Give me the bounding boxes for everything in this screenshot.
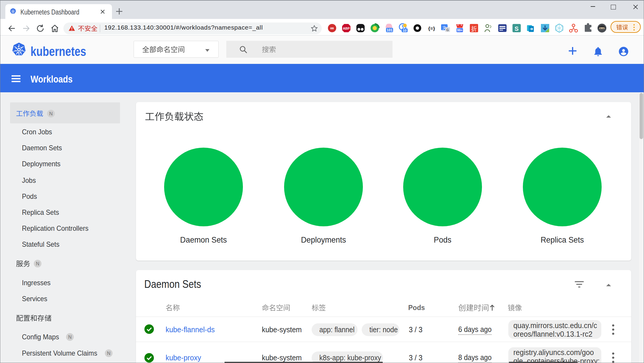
svg-text:∞: ∞ xyxy=(330,25,334,31)
svg-text:折: 折 xyxy=(471,25,477,32)
svg-text:99+: 99+ xyxy=(457,28,463,32)
svg-text:G: G xyxy=(446,28,449,32)
svg-text:{≡}: {≡} xyxy=(428,26,435,31)
svg-text:101: 101 xyxy=(387,28,393,32)
svg-text:10: 10 xyxy=(403,29,407,32)
svg-text:ABP: ABP xyxy=(343,27,350,30)
svg-text:S: S xyxy=(515,25,518,32)
